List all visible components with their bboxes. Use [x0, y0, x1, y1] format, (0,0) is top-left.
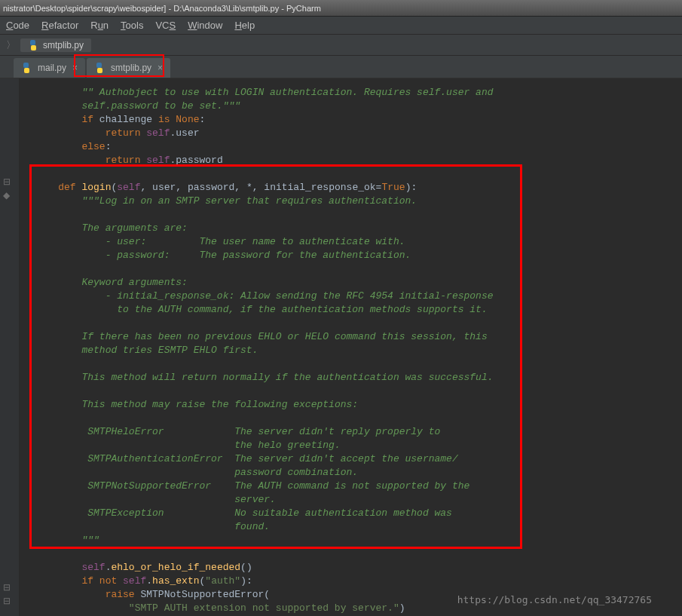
python-file-icon [21, 63, 32, 73]
menu-vcs[interactable]: VCS [155, 20, 176, 31]
editor-tabbar: mail.py × smtplib.py × [0, 56, 682, 78]
fold-icon[interactable]: ⊟ [3, 176, 14, 187]
menu-run[interactable]: Run [90, 20, 109, 31]
menu-refactor[interactable]: Refactor [41, 20, 78, 31]
breadcrumb-arrow: 〉 [6, 38, 16, 52]
window-titlebar: nistrator\Desktop\spider\scrapy\weibospi… [0, 0, 682, 17]
close-icon[interactable]: × [72, 63, 78, 73]
menu-code[interactable]: Code [6, 20, 29, 31]
fold-icon[interactable]: ⊟ [3, 596, 14, 606]
breadcrumb-file[interactable]: smtplib.py [20, 38, 91, 52]
tab-mail-py[interactable]: mail.py × [14, 58, 85, 78]
editor-area[interactable]: ⊟ ◆ ⊟ ⊟ "" Authobject to use with LOGIN … [0, 78, 682, 616]
menu-window[interactable]: Window [188, 20, 222, 31]
menu-bar: Code Refactor Run Tools VCS Window Help [0, 17, 682, 35]
breadcrumb-bar: 〉 smtplib.py [0, 35, 682, 56]
code-content[interactable]: "" Authobject to use with LOGIN authenti… [20, 78, 494, 616]
menu-tools[interactable]: Tools [121, 20, 143, 31]
fold-icon[interactable]: ⊟ [3, 582, 14, 593]
close-icon[interactable]: × [158, 63, 163, 73]
gutter: ⊟ ◆ ⊟ ⊟ [0, 78, 20, 616]
python-file-icon [94, 63, 105, 73]
method-override-icon[interactable]: ◆ [3, 190, 14, 201]
python-file-icon [28, 40, 38, 51]
tab-smtplib-py[interactable]: smtplib.py × [87, 58, 170, 78]
menu-help[interactable]: Help [234, 20, 255, 31]
